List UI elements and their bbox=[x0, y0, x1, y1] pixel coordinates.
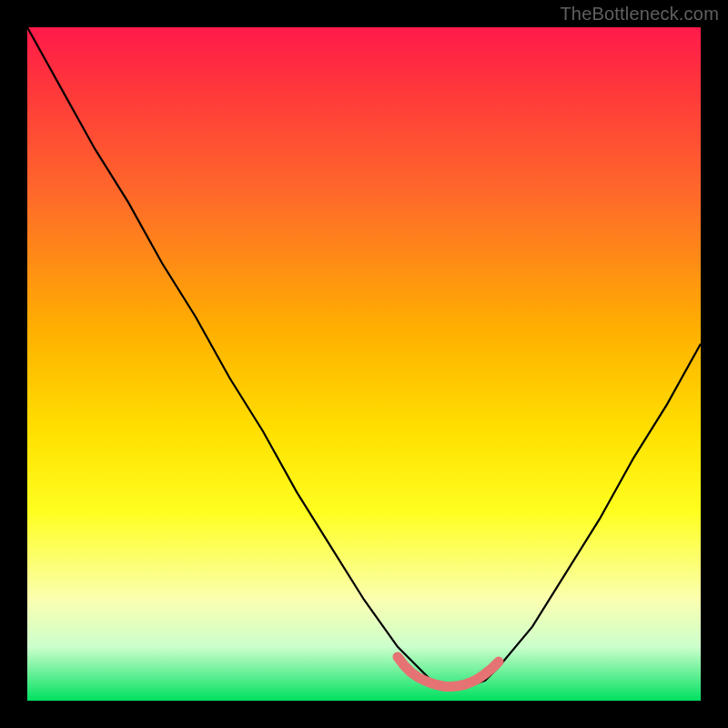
plot-area bbox=[27, 27, 701, 701]
chart-canvas: TheBottleneck.com bbox=[0, 0, 728, 728]
bottleneck-curve bbox=[27, 27, 701, 687]
curve-layer bbox=[27, 27, 701, 701]
watermark-text: TheBottleneck.com bbox=[560, 4, 719, 25]
